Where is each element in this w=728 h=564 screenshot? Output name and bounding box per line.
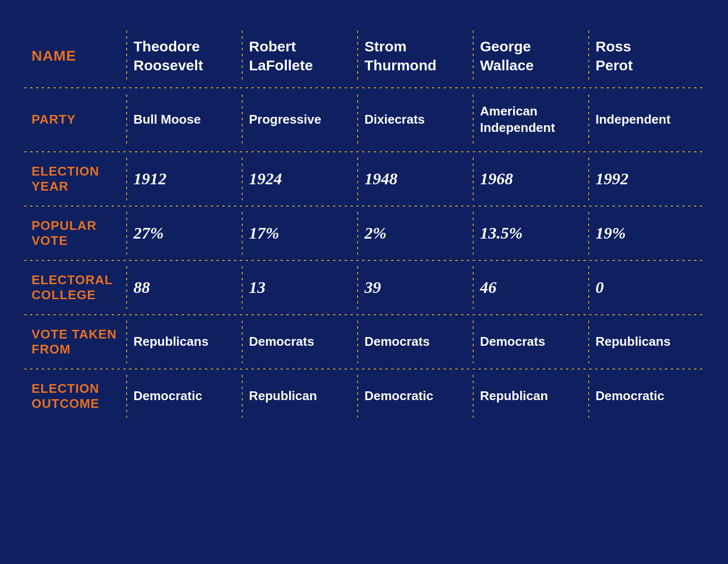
data-cell-electoral-college-col3: 46 [473,261,588,314]
data-cell-vote-taken-col1: Democrats [242,315,357,369]
row-electoral-college: ELECTORALCOLLEGE881339460 [24,261,704,314]
data-cell-name-col4: RossPerot [588,24,704,87]
data-cell-election-year-col4: 1992 [588,152,704,206]
data-value-election-outcome-col4: Democratic [596,388,696,404]
data-cell-party-col3: AmericanIndependent [473,88,588,151]
data-value-vote-taken-col4: Republicans [596,334,696,350]
data-cell-vote-taken-col3: Democrats [473,315,588,369]
data-value-name-col4: RossPerot [596,37,696,75]
data-value-electoral-college-col0: 88 [133,277,234,298]
data-value-party-col3: AmericanIndependent [480,103,581,136]
data-cell-name-col3: GeorgeWallace [473,24,588,87]
data-cell-popular-vote-col0: 27% [126,207,242,260]
data-value-party-col2: Dixiecrats [364,112,465,128]
label-text-election-year: ELECTIONYEAR [32,164,119,194]
data-value-election-outcome-col3: Republican [480,388,581,404]
data-value-election-outcome-col1: Republican [249,388,350,404]
data-value-popular-vote-col0: 27% [133,223,234,244]
data-value-electoral-college-col2: 39 [364,277,465,298]
data-cell-election-outcome-col3: Republican [473,370,588,423]
data-value-electoral-college-col1: 13 [249,277,350,298]
data-value-name-col3: GeorgeWallace [480,37,581,75]
data-cell-name-col1: RobertLaFollete [242,24,357,87]
data-value-election-year-col3: 1968 [480,168,581,190]
data-value-party-col4: Independent [596,112,696,128]
label-text-vote-taken: VOTE TAKENFROM [32,327,119,357]
row-election-outcome: ELECTIONOUTCOMEDemocraticRepublicanDemoc… [24,370,704,423]
label-text-name: NAME [32,47,119,64]
data-value-election-outcome-col0: Democratic [133,388,234,404]
data-cell-election-year-col0: 1912 [126,152,242,206]
data-cell-vote-taken-col0: Republicans [126,315,242,369]
label-text-electoral-college: ELECTORALCOLLEGE [32,273,119,303]
data-cell-popular-vote-col3: 13.5% [473,207,588,260]
data-cell-popular-vote-col1: 17% [242,207,357,260]
data-cell-electoral-college-col2: 39 [357,261,473,314]
data-value-electoral-college-col3: 46 [480,277,581,298]
data-cell-party-col4: Independent [588,88,704,151]
data-cell-election-outcome-col2: Democratic [357,370,473,423]
row-name: NAMETheodoreRooseveltRobertLaFolleteStro… [24,24,704,87]
data-cell-electoral-college-col4: 0 [588,261,704,314]
data-cell-vote-taken-col4: Republicans [588,315,704,369]
table-container: NAMETheodoreRooseveltRobertLaFolleteStro… [24,0,704,423]
data-cell-party-col0: Bull Moose [126,88,242,151]
data-value-vote-taken-col2: Democrats [364,334,465,350]
label-text-popular-vote: POPULARVOTE [32,218,119,248]
data-value-popular-vote-col2: 2% [364,223,465,244]
data-cell-party-col2: Dixiecrats [357,88,473,151]
label-cell-name: NAME [24,24,126,87]
row-vote-taken: VOTE TAKENFROMRepublicansDemocratsDemocr… [24,315,704,369]
row-election-year: ELECTIONYEAR19121924194819681992 [24,152,704,206]
data-cell-election-year-col1: 1924 [242,152,357,206]
data-value-popular-vote-col4: 19% [596,223,696,244]
data-value-name-col1: RobertLaFollete [249,37,350,75]
data-cell-election-year-col2: 1948 [357,152,473,206]
data-value-vote-taken-col3: Democrats [480,334,581,350]
data-cell-popular-vote-col2: 2% [357,207,473,260]
data-value-election-year-col1: 1924 [249,168,350,190]
data-value-vote-taken-col1: Democrats [249,334,350,350]
data-cell-party-col1: Progressive [242,88,357,151]
label-cell-election-year: ELECTIONYEAR [24,152,126,206]
data-value-election-outcome-col2: Democratic [364,388,465,404]
data-cell-electoral-college-col1: 13 [242,261,357,314]
data-value-election-year-col2: 1948 [364,168,465,190]
comparison-table: NAMETheodoreRooseveltRobertLaFolleteStro… [24,24,704,423]
data-cell-vote-taken-col2: Democrats [357,315,473,369]
data-value-party-col1: Progressive [249,112,350,128]
data-value-electoral-college-col4: 0 [596,277,696,298]
data-value-name-col0: TheodoreRoosevelt [133,37,234,75]
label-text-election-outcome: ELECTIONOUTCOME [32,381,119,411]
label-cell-election-outcome: ELECTIONOUTCOME [24,370,126,423]
data-value-election-year-col4: 1992 [596,168,696,190]
data-cell-name-col2: StromThurmond [357,24,473,87]
data-cell-popular-vote-col4: 19% [588,207,704,260]
data-value-party-col0: Bull Moose [133,112,234,128]
label-cell-popular-vote: POPULARVOTE [24,207,126,260]
data-cell-election-outcome-col0: Democratic [126,370,242,423]
data-value-popular-vote-col1: 17% [249,223,350,244]
data-cell-election-year-col3: 1968 [473,152,588,206]
data-value-name-col2: StromThurmond [364,37,465,75]
data-cell-election-outcome-col4: Democratic [588,370,704,423]
label-text-party: PARTY [32,112,119,127]
data-cell-electoral-college-col0: 88 [126,261,242,314]
data-value-vote-taken-col0: Republicans [133,334,234,350]
label-cell-party: PARTY [24,88,126,151]
data-value-election-year-col0: 1912 [133,168,234,190]
data-cell-name-col0: TheodoreRoosevelt [126,24,242,87]
row-popular-vote: POPULARVOTE27%17%2%13.5%19% [24,207,704,260]
data-cell-election-outcome-col1: Republican [242,370,357,423]
data-value-popular-vote-col3: 13.5% [480,223,581,244]
label-cell-electoral-college: ELECTORALCOLLEGE [24,261,126,314]
label-cell-vote-taken: VOTE TAKENFROM [24,315,126,369]
row-party: PARTYBull MooseProgressiveDixiecratsAmer… [24,88,704,151]
